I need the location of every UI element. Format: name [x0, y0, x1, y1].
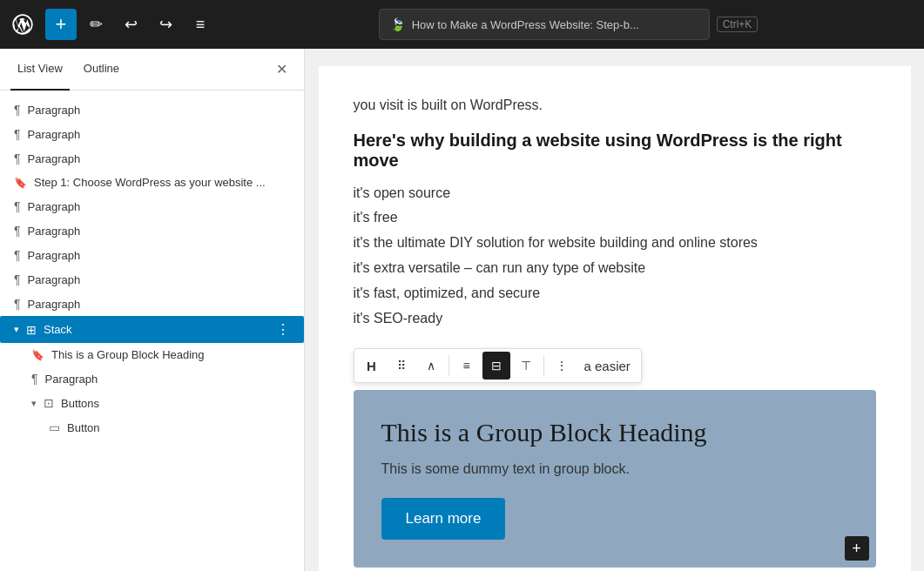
paragraph-icon: ¶ — [14, 103, 21, 117]
align-center-button[interactable]: ⊟ — [482, 352, 510, 380]
sidebar-tabs: List View Outline ✕ — [0, 49, 304, 91]
more-options-button[interactable]: ⋮ — [276, 321, 290, 338]
sidebar-item-stack[interactable]: ▾ ⊞ Stack ⋮ — [0, 316, 304, 343]
list-item: it's free — [354, 205, 876, 231]
heading-icon: 🔖 — [31, 349, 44, 361]
sidebar-item-label: This is a Group Block Heading — [51, 348, 290, 361]
move-up-button[interactable]: ∧ — [417, 352, 445, 380]
sidebar-item-label: Paragraph — [28, 104, 290, 117]
wp-logo[interactable] — [7, 9, 38, 40]
editor-main-heading[interactable]: Here's why building a website using Word… — [354, 131, 876, 171]
redo-icon: ↪ — [159, 15, 172, 34]
sidebar-item-label: Button — [67, 421, 290, 434]
align-left-icon: ≡ — [462, 359, 469, 373]
sidebar-item-buttons[interactable]: ▾ ⊡ Buttons — [0, 391, 304, 415]
menu-icon: ≡ — [196, 16, 206, 34]
list-item: it's the ultimate DIY solution for websi… — [354, 231, 876, 256]
heading-icon: 🔖 — [14, 177, 27, 189]
sidebar-item-label: Paragraph — [28, 298, 290, 311]
redo-button[interactable]: ↪ — [150, 9, 181, 40]
toolbar-separator — [449, 355, 449, 376]
tab-outline[interactable]: Outline — [77, 49, 126, 91]
paragraph-icon: ¶ — [14, 297, 21, 311]
wp-logo-icon — [10, 12, 35, 37]
document-overview-button[interactable]: ≡ — [185, 9, 216, 40]
sidebar-item-step1-heading[interactable]: 🔖 Step 1: Choose WordPress as your websi… — [0, 171, 304, 194]
list-item: it's SEO-ready — [354, 306, 876, 332]
more-icon: ⋮ — [556, 359, 568, 373]
sidebar-item-group-heading[interactable]: 🔖 This is a Group Block Heading — [0, 343, 304, 366]
stack-icon: ⊞ — [26, 323, 37, 337]
tab-list-view[interactable]: List View — [10, 49, 70, 91]
pencil-icon: ✏ — [90, 15, 103, 34]
sidebar-item-paragraph-2[interactable]: ¶ Paragraph — [0, 122, 304, 146]
sidebar-item-label: Buttons — [61, 397, 290, 410]
sidebar-item-label: Paragraph — [28, 200, 290, 213]
sidebar-item-paragraph-4[interactable]: ¶ Paragraph — [0, 194, 304, 218]
sidebar-item-label: Stack — [44, 323, 269, 336]
align-left-button[interactable]: ≡ — [453, 352, 481, 380]
sidebar-item-label: Step 1: Choose WordPress as your website… — [34, 176, 290, 189]
sidebar-item-button[interactable]: ▭ Button — [0, 415, 304, 440]
undo-icon: ↩ — [125, 15, 138, 34]
paragraph-icon: ¶ — [14, 199, 21, 213]
url-bar[interactable]: 🍃 How to Make a WordPress Website: Step-… — [379, 9, 710, 40]
align-top-icon: ⊤ — [521, 359, 531, 373]
sidebar-item-label: Paragraph — [28, 152, 290, 165]
learn-more-button[interactable]: Learn more — [381, 498, 506, 540]
add-block-toolbar-button[interactable]: + — [45, 9, 77, 40]
drag-icon: ⠿ — [397, 359, 406, 373]
sidebar-item-paragraph-8[interactable]: ¶ Paragraph — [0, 292, 304, 316]
main-layout: List View Outline ✕ ¶ Paragraph ¶ Paragr… — [0, 49, 924, 571]
main-toolbar: + ✏ ↩ ↪ ≡ 🍃 How to Make a WordPress Webs… — [0, 0, 924, 49]
sidebar-item-label: Paragraph — [28, 249, 290, 262]
sidebar: List View Outline ✕ ¶ Paragraph ¶ Paragr… — [0, 49, 305, 571]
sidebar-item-label: Paragraph — [28, 128, 290, 141]
wp-leaf-icon: 🍃 — [390, 17, 405, 31]
url-text: How to Make a WordPress Website: Step-b.… — [412, 18, 698, 31]
sidebar-item-paragraph-7[interactable]: ¶ Paragraph — [0, 267, 304, 292]
paragraph-icon: ¶ — [14, 272, 21, 286]
sidebar-item-paragraph-1[interactable]: ¶ Paragraph — [0, 97, 304, 122]
sidebar-list: ¶ Paragraph ¶ Paragraph ¶ Paragraph 🔖 St… — [0, 91, 304, 571]
align-center-icon: ⊟ — [491, 359, 502, 373]
sidebar-item-paragraph-5[interactable]: ¶ Paragraph — [0, 218, 304, 243]
toolbar-center: 🍃 How to Make a WordPress Website: Step-… — [219, 9, 917, 40]
chevron-down-icon: ▾ — [14, 324, 19, 335]
align-top-button[interactable]: ⊤ — [512, 352, 540, 380]
sidebar-item-paragraph-6[interactable]: ¶ Paragraph — [0, 243, 304, 267]
undo-button[interactable]: ↩ — [115, 9, 146, 40]
toolbar-more-text: a easier — [577, 359, 637, 373]
group-block: This is a Group Block Heading This is so… — [354, 390, 876, 568]
sidebar-close-button[interactable]: ✕ — [269, 57, 293, 82]
editor-content: you visit is built on WordPress. Here's … — [319, 66, 911, 571]
drag-handle-button[interactable]: ⠿ — [388, 352, 415, 380]
list-item: it's fast, optimized, and secure — [354, 281, 876, 306]
buttons-icon: ⊡ — [44, 396, 54, 410]
sidebar-item-label: Paragraph — [28, 225, 290, 238]
sidebar-item-group-paragraph[interactable]: ¶ Paragraph — [0, 366, 304, 391]
add-block-bottom-button[interactable]: + — [845, 536, 869, 561]
keyboard-shortcut: Ctrl+K — [717, 17, 759, 32]
list-item: it's extra versatile – can run any type … — [354, 256, 876, 281]
heading-type-icon: H — [367, 359, 376, 373]
editor-area: you visit is built on WordPress. Here's … — [305, 49, 924, 571]
button-icon: ▭ — [49, 420, 60, 434]
block-type-button[interactable]: H — [358, 352, 386, 380]
block-toolbar: H ⠿ ∧ ≡ ⊟ ⊤ ⋮ — [354, 348, 642, 383]
editor-feature-list: it's open source it's free it's the ulti… — [354, 181, 876, 332]
sidebar-item-label: Paragraph — [28, 273, 290, 286]
paragraph-icon: ¶ — [31, 372, 38, 386]
list-item: it's open source — [354, 181, 876, 206]
paragraph-icon: ¶ — [14, 151, 21, 165]
paragraph-icon: ¶ — [14, 248, 21, 262]
more-toolbar-options-button[interactable]: ⋮ — [548, 352, 576, 380]
chevron-down-icon: ▾ — [31, 398, 37, 409]
edit-tool-button[interactable]: ✏ — [80, 9, 111, 40]
editor-intro-text: you visit is built on WordPress. — [354, 94, 876, 117]
group-block-paragraph[interactable]: This is some dummy text in group block. — [381, 461, 848, 477]
paragraph-icon: ¶ — [14, 127, 21, 141]
group-block-heading[interactable]: This is a Group Block Heading — [381, 418, 848, 447]
chevron-up-icon: ∧ — [427, 359, 435, 373]
sidebar-item-paragraph-3[interactable]: ¶ Paragraph — [0, 146, 304, 171]
